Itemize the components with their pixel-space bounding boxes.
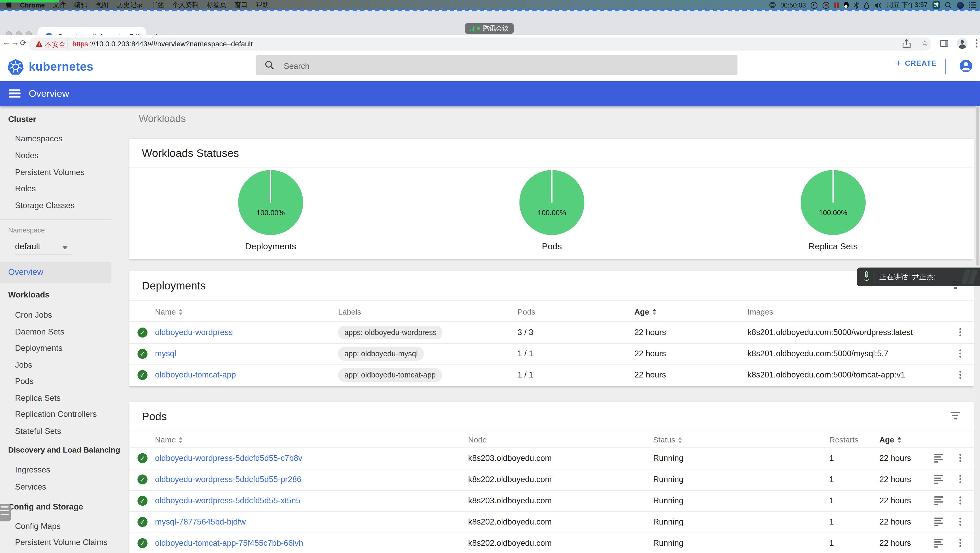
recording-paused-icon[interactable] bbox=[835, 2, 836, 8]
column-header-age[interactable]: Age bbox=[635, 301, 656, 323]
row-menu-icon[interactable] bbox=[959, 496, 961, 498]
screen-recording-icon[interactable] bbox=[769, 2, 775, 8]
sidebar-item-namespaces[interactable]: Namespaces bbox=[15, 134, 62, 143]
column-header-name[interactable]: Name bbox=[155, 301, 183, 323]
menubar-item-help[interactable]: 帮助 bbox=[256, 0, 269, 9]
menubar-item-profiles[interactable]: 个人资料 bbox=[172, 0, 199, 9]
page-scrollbar[interactable] bbox=[975, 106, 980, 553]
stop-recording-icon[interactable] bbox=[823, 2, 830, 8]
column-header-age[interactable]: Age bbox=[879, 431, 901, 448]
not-secure-label[interactable]: 不安全 bbox=[45, 40, 66, 49]
sidebar-item-storage-classes[interactable]: Storage Classes bbox=[15, 201, 75, 210]
card-title: Pods bbox=[142, 410, 167, 423]
status-ok-icon bbox=[137, 370, 148, 380]
row-menu-icon[interactable] bbox=[959, 475, 961, 477]
sidebar-item-cron-jobs[interactable]: Cron Jobs bbox=[15, 310, 52, 319]
control-center-icon[interactable] bbox=[969, 2, 976, 8]
filter-icon[interactable] bbox=[950, 412, 960, 421]
logs-icon[interactable] bbox=[934, 518, 944, 526]
pod-name-link[interactable]: oldboyedu-wordpress-5ddcfd5d55-pr286 bbox=[155, 469, 301, 490]
node-cell: k8s202.oldboyedu.com bbox=[468, 469, 552, 490]
column-header-status[interactable]: Status bbox=[653, 431, 682, 448]
user-avatar-icon[interactable] bbox=[959, 59, 972, 72]
sidebar-item-services[interactable]: Services bbox=[15, 482, 46, 491]
sidebar-item-daemon-sets[interactable]: Daemon Sets bbox=[15, 327, 64, 336]
assistant-app-icon[interactable] bbox=[957, 2, 964, 8]
sidebar-item-persistent-volumes[interactable]: Persistent Volumes bbox=[15, 167, 84, 177]
meeting-dock-handle[interactable] bbox=[0, 504, 11, 521]
sidebar-item-config-maps[interactable]: Config Maps bbox=[15, 521, 60, 531]
logs-icon[interactable] bbox=[934, 454, 944, 463]
logs-icon[interactable] bbox=[934, 496, 944, 505]
sort-asc-icon bbox=[897, 437, 901, 443]
back-button[interactable]: ← bbox=[3, 38, 10, 47]
search-input[interactable] bbox=[282, 59, 722, 72]
browser-menu-icon[interactable] bbox=[975, 39, 977, 41]
sidebar-item-overview[interactable]: Overview bbox=[0, 262, 111, 283]
menubar-item-chrome[interactable]: Chrome bbox=[20, 1, 45, 9]
forward-button[interactable]: → bbox=[11, 38, 19, 47]
logs-icon[interactable] bbox=[934, 475, 944, 484]
deployment-name-link[interactable]: mysql bbox=[155, 343, 176, 365]
menubar-item-view[interactable]: 视图 bbox=[95, 0, 109, 9]
sidebar-item-nodes[interactable]: Nodes bbox=[15, 151, 38, 160]
not-secure-warning-icon[interactable] bbox=[36, 40, 43, 46]
chevron-down-icon[interactable] bbox=[62, 246, 67, 249]
table-row: mysql app: oldboyedu-mysql 1 / 1 22 hour… bbox=[129, 343, 974, 365]
input-source-icon[interactable] bbox=[864, 2, 869, 8]
sidebar-item-stateful-sets[interactable]: Stateful Sets bbox=[15, 426, 61, 436]
address-bar[interactable]: 不安全 https ://10.0.0.203:8443/#!/overview… bbox=[29, 37, 931, 51]
restarts-cell: 1 bbox=[829, 532, 834, 553]
deployment-name-link[interactable]: oldboyedu-tomcat-app bbox=[155, 365, 236, 386]
row-menu-icon[interactable] bbox=[959, 454, 961, 456]
menubar-item-history[interactable]: 历史记录 bbox=[117, 0, 143, 9]
menubar-item-window[interactable]: 窗口 bbox=[234, 0, 248, 9]
menubar-clock[interactable]: 周五 下午3:57 bbox=[886, 0, 928, 9]
deployment-name-link[interactable]: oldboyedu-wordpress bbox=[155, 322, 233, 343]
volume-icon[interactable] bbox=[874, 2, 881, 8]
bookmark-star-icon[interactable]: ☆ bbox=[921, 38, 929, 47]
row-menu-icon[interactable] bbox=[959, 349, 961, 351]
app-toolbar: Overview bbox=[0, 81, 980, 107]
sidebar-item-replication-controllers[interactable]: Replication Controllers bbox=[15, 410, 97, 419]
row-menu-icon[interactable] bbox=[959, 539, 961, 540]
create-button[interactable]: +CREATE bbox=[896, 59, 937, 68]
logs-icon[interactable] bbox=[934, 539, 944, 548]
sidebar-item-persistent-volume-claims[interactable]: Persistent Volume Claims bbox=[15, 538, 108, 547]
sidebar-item-ingresses[interactable]: Ingresses bbox=[15, 465, 50, 474]
sidebar-item-roles[interactable]: Roles bbox=[15, 184, 36, 193]
reload-button[interactable]: ⟳ bbox=[20, 38, 26, 47]
menubar-item-tabs[interactable]: 标签页 bbox=[207, 0, 226, 9]
table-row: oldboyedu-wordpress-5ddcfd5d55-c7b8v k8s… bbox=[129, 448, 974, 470]
app-search-bar[interactable] bbox=[256, 55, 737, 75]
spotlight-search-icon[interactable] bbox=[945, 2, 952, 8]
qq-status-icon[interactable] bbox=[843, 2, 848, 8]
status-cell: Running bbox=[653, 490, 683, 511]
side-panel-icon[interactable] bbox=[940, 40, 948, 47]
namespace-select[interactable]: default bbox=[15, 242, 40, 251]
node-cell: k8s202.oldboyedu.com bbox=[468, 532, 552, 553]
apple-menu-icon[interactable] bbox=[6, 2, 12, 8]
browser-profile-avatar[interactable] bbox=[957, 38, 967, 49]
sidebar-item-deployments[interactable]: Deployments bbox=[15, 343, 62, 352]
menu-hamburger-icon[interactable] bbox=[9, 89, 21, 98]
row-menu-icon[interactable] bbox=[959, 518, 961, 520]
share-icon[interactable] bbox=[903, 39, 911, 48]
sidebar-item-pods[interactable]: Pods bbox=[15, 376, 33, 386]
row-menu-icon[interactable] bbox=[959, 328, 961, 330]
menubar-item-edit[interactable]: 编辑 bbox=[74, 0, 88, 9]
bluetooth-icon[interactable] bbox=[853, 2, 858, 8]
column-header-name[interactable]: Name bbox=[155, 431, 183, 448]
sidebar-item-replica-sets[interactable]: Replica Sets bbox=[15, 393, 60, 403]
scrollbar-thumb[interactable] bbox=[976, 106, 980, 266]
menubar-item-bookmarks[interactable]: 书签 bbox=[151, 0, 164, 9]
pod-name-link[interactable]: oldboyedu-wordpress-5ddcfd5d55-c7b8v bbox=[155, 448, 302, 469]
pod-name-link[interactable]: oldboyedu-tomcat-app-75f455c7bb-66lvh bbox=[155, 532, 303, 553]
sidebar-item-jobs[interactable]: Jobs bbox=[15, 360, 32, 370]
pinyin-input-icon[interactable]: 拼 bbox=[932, 1, 940, 9]
pause-recording-icon[interactable] bbox=[811, 2, 818, 8]
row-menu-icon[interactable] bbox=[959, 371, 961, 373]
pod-name-link[interactable]: mysql-78775645bd-bjdfw bbox=[155, 511, 246, 532]
images-cell: k8s201.oldboyedu.com:5000/mysql:5.7 bbox=[748, 343, 888, 365]
pod-name-link[interactable]: oldboyedu-wordpress-5ddcfd5d55-xt5n5 bbox=[155, 490, 301, 511]
